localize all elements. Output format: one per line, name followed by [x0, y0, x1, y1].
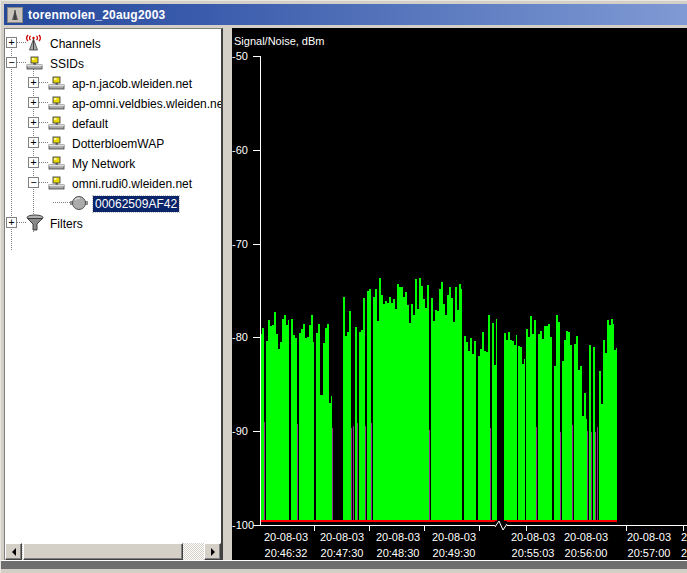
- tree-expander-ap-n-jacob[interactable]: +: [28, 77, 39, 88]
- signal-bar: [484, 351, 486, 521]
- tree-label-filters[interactable]: Filters: [48, 216, 85, 232]
- tree-expander-ssids[interactable]: −: [6, 57, 17, 68]
- tree-label-default[interactable]: default: [70, 116, 110, 132]
- tree-expander-channels[interactable]: +: [6, 37, 17, 48]
- channels-antenna-icon: [26, 34, 44, 52]
- signal-bar: [413, 315, 415, 520]
- x-label-date: 20-08-03: [564, 531, 608, 543]
- signal-bar: [391, 303, 393, 520]
- tree-label-ap-omni-veldbies[interactable]: ap-omni.veldbies.wleiden.net: [70, 96, 223, 112]
- signal-bar: [514, 345, 516, 521]
- tree-label-my-network[interactable]: My Network: [70, 156, 137, 172]
- ssid-network-icon: [48, 94, 66, 112]
- y-tick-label: -50: [232, 50, 248, 62]
- tree-label-channels[interactable]: Channels: [48, 36, 103, 52]
- y-tick: [253, 244, 260, 245]
- signal-bar: [427, 285, 429, 520]
- signal-bar: [425, 308, 427, 520]
- signal-bar: [486, 352, 488, 521]
- x-label-time: 20:49:30: [433, 547, 476, 559]
- x-axis: [260, 525, 687, 526]
- ssid-network-icon: [48, 74, 66, 92]
- signal-bar: [609, 325, 611, 521]
- tree-expander-my-network[interactable]: +: [28, 157, 39, 168]
- signal-bar: [417, 309, 419, 520]
- signal-bar: [526, 329, 528, 520]
- y-tick: [253, 150, 260, 151]
- signal-bar: [311, 315, 313, 520]
- x-label-time: 20:46:32: [265, 547, 308, 559]
- noise-spike: [332, 428, 333, 520]
- signal-bar: [584, 393, 586, 520]
- y-tick: [253, 525, 260, 526]
- panel-splitter[interactable]: [225, 28, 232, 561]
- signal-bar: [599, 371, 601, 520]
- noise-spike: [297, 424, 298, 520]
- noise-floor-line: [504, 520, 617, 522]
- tree-label-dotterbloemwap[interactable]: DotterbloemWAP: [70, 136, 166, 152]
- tree-label-omni-rudi0[interactable]: omni.rudi0.wleiden.net: [70, 176, 194, 192]
- signal-bar: [472, 354, 474, 520]
- network-tree-panel[interactable]: +Channels−SSIDs+ap-n.jacob.wleiden.net+a…: [4, 28, 223, 561]
- tree-item-ap-omni-veldbies[interactable]: +ap-omni.veldbies.wleiden.net: [5, 93, 221, 113]
- signal-bar: [282, 319, 284, 520]
- signal-bar: [488, 315, 490, 520]
- signal-bar: [538, 334, 540, 521]
- signal-bar: [580, 366, 582, 521]
- tree-item-default[interactable]: +default: [5, 113, 221, 133]
- signal-bar: [268, 320, 270, 520]
- signal-bar: [266, 341, 268, 520]
- tree-expander-ap-omni-veldbies[interactable]: +: [28, 97, 39, 108]
- tree-item-my-network[interactable]: +My Network: [5, 153, 221, 173]
- tree-item-omni-rudi0[interactable]: −omni.rudi0.wleiden.net: [5, 173, 221, 193]
- signal-bar: [288, 320, 289, 521]
- tree-expander-dotterbloemwap[interactable]: +: [28, 137, 39, 148]
- signal-bar: [556, 315, 558, 520]
- signal-bar: [299, 333, 301, 520]
- tree-item-filters[interactable]: +Filters: [5, 213, 221, 233]
- x-label-date: 20-08-03: [376, 531, 420, 543]
- signal-bar: [322, 395, 323, 520]
- horizontal-scrollbar[interactable]: [5, 543, 221, 560]
- y-axis: [260, 56, 261, 526]
- left-arrow-icon: [12, 548, 16, 556]
- signal-bar: [480, 349, 482, 521]
- title-bar[interactable]: torenmolen_20aug2003: [4, 4, 687, 25]
- scroll-left-button[interactable]: [5, 543, 22, 560]
- signal-bar: [363, 298, 365, 520]
- tree-expander-default[interactable]: +: [28, 117, 39, 128]
- signal-bar: [301, 329, 303, 520]
- tree-label-ap-n-jacob[interactable]: ap-n.jacob.wleiden.net: [70, 76, 194, 92]
- signal-bar: [421, 286, 423, 521]
- signal-bar: [407, 305, 409, 521]
- tree-item-ap-n-jacob[interactable]: +ap-n.jacob.wleiden.net: [5, 73, 221, 93]
- scroll-right-button[interactable]: [204, 543, 221, 560]
- tree-label-00062509af42[interactable]: 00062509AF42: [93, 196, 179, 212]
- x-label-date: 20-08-03: [432, 531, 476, 543]
- noise-floor-line: [260, 520, 497, 522]
- scrollbar-thumb[interactable]: [23, 543, 183, 560]
- frame-shadow-band: [1, 561, 687, 569]
- signal-bar: [361, 330, 363, 520]
- noise-spike: [591, 432, 592, 520]
- ssid-network-icon: [26, 54, 44, 72]
- noise-spike: [595, 432, 596, 521]
- tree-expander-filters[interactable]: +: [6, 217, 17, 228]
- signal-bar: [433, 321, 435, 520]
- signal-bar: [568, 332, 570, 520]
- signal-bar: [284, 315, 286, 521]
- x-label-time: 20:57:00: [628, 547, 671, 559]
- signal-bar: [305, 338, 307, 520]
- signal-bar: [548, 324, 550, 520]
- tree-label-ssids[interactable]: SSIDs: [48, 56, 86, 72]
- tree-item-channels[interactable]: +Channels: [5, 33, 221, 53]
- signal-bar: [468, 351, 470, 520]
- tree-item-dotterbloemwap[interactable]: +DotterbloemWAP: [5, 133, 221, 153]
- signal-bar: [582, 416, 584, 520]
- tree-item-ssids[interactable]: −SSIDs: [5, 53, 221, 73]
- tree-item-00062509af42[interactable]: 00062509AF42: [5, 193, 221, 213]
- signal-bar: [520, 347, 522, 520]
- signal-bar: [307, 337, 309, 520]
- tree-expander-omni-rudi0[interactable]: −: [28, 177, 39, 188]
- signal-bar: [603, 340, 605, 520]
